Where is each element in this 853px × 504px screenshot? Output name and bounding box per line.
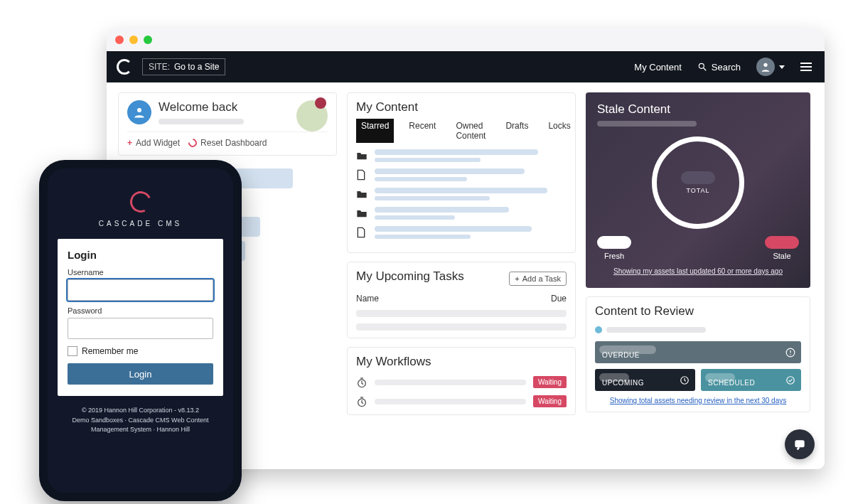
search-icon <box>697 62 707 72</box>
minimize-icon[interactable] <box>129 36 138 44</box>
total-value-pill <box>681 171 715 184</box>
alert-icon <box>785 348 795 358</box>
username-field[interactable] <box>68 279 213 301</box>
reset-dashboard-button[interactable]: Reset Dashboard <box>188 138 267 148</box>
workflow-row[interactable]: Waiting <box>356 395 567 407</box>
checkbox-icon <box>68 346 77 356</box>
user-avatar-icon <box>127 100 151 124</box>
my-content-title: My Content <box>356 100 567 114</box>
col-due: Due <box>551 294 567 304</box>
folder-icon <box>356 151 368 161</box>
dashboard-col-2: My Content Starred Recent Owned Content … <box>347 92 576 459</box>
avatar-icon <box>756 58 775 76</box>
tab-drafts[interactable]: Drafts <box>500 119 533 143</box>
close-icon[interactable] <box>115 36 124 44</box>
login-button[interactable]: Login <box>68 363 213 385</box>
tasks-card: My Upcoming Tasks + Add a Task Name Due <box>347 262 576 338</box>
content-review-card: Content to Review OVERDUE UPCOMING <box>586 296 810 412</box>
list-item[interactable] <box>356 168 567 181</box>
welcome-card: Welcome back + Add Widget Reset Dashboar… <box>118 92 337 156</box>
folder-icon <box>356 189 368 199</box>
legend-stale-label: Stale <box>773 252 790 260</box>
my-content-card: My Content Starred Recent Owned Content … <box>347 92 576 253</box>
svg-line-1 <box>704 68 707 71</box>
task-row[interactable] <box>356 310 567 317</box>
reload-icon <box>187 137 199 149</box>
plus-icon: + <box>127 138 132 148</box>
footer-line-1: © 2019 Hannon Hill Corporation - v8.13.2 <box>59 406 222 416</box>
workflow-row[interactable]: Waiting <box>356 376 567 388</box>
chat-icon <box>793 437 807 451</box>
workflows-title: My Workflows <box>356 355 567 369</box>
login-title: Login <box>68 249 213 261</box>
progress-dot-icon <box>595 326 602 333</box>
window-titlebar <box>107 28 825 51</box>
tab-starred[interactable]: Starred <box>356 119 394 143</box>
reset-dashboard-label: Reset Dashboard <box>200 138 267 148</box>
intercom-chat-button[interactable] <box>785 429 815 459</box>
clock-icon <box>356 377 368 388</box>
site-picker[interactable]: SITE: Go to a Site <box>142 58 225 75</box>
review-upcoming[interactable]: UPCOMING <box>595 369 695 391</box>
list-item[interactable] <box>356 149 567 162</box>
clock-icon <box>356 396 368 407</box>
hamburger-icon <box>800 63 812 71</box>
task-row[interactable] <box>356 323 567 331</box>
workflows-card: My Workflows Waiting Waiting <box>347 347 576 415</box>
review-title: Content to Review <box>595 304 801 318</box>
site-label: SITE: <box>149 62 170 72</box>
svg-point-8 <box>790 354 791 355</box>
placeholder-line <box>159 119 244 124</box>
add-task-button[interactable]: + Add a Task <box>509 272 567 286</box>
placeholder-line <box>606 327 706 333</box>
tab-locks[interactable]: Locks <box>543 119 575 143</box>
phone-logo: CASCADE CMS <box>48 191 233 227</box>
add-task-label: Add a Task <box>522 274 561 283</box>
app-header: SITE: Go to a Site My Content Search <box>107 51 825 82</box>
decorative-dot <box>315 97 326 109</box>
chevron-down-icon <box>779 65 785 69</box>
nav-my-content[interactable]: My Content <box>631 59 684 75</box>
tab-recent[interactable]: Recent <box>404 119 441 143</box>
app-logo-icon <box>117 59 132 75</box>
svg-point-10 <box>787 376 795 384</box>
legend-fresh: Fresh <box>597 236 631 260</box>
stale-footer-link[interactable]: Showing my assets last updated 60 or mor… <box>597 267 799 275</box>
add-widget-label: Add Widget <box>136 138 180 148</box>
svg-rect-11 <box>795 440 804 447</box>
file-icon <box>356 169 368 181</box>
review-footer-link[interactable]: Showing total assets needing review in t… <box>595 397 801 404</box>
list-item[interactable] <box>356 207 567 220</box>
menu-button[interactable] <box>798 60 815 74</box>
footer-line-2: Demo Sandboxes · Cascade CMS Web Content… <box>59 416 222 435</box>
tab-owned[interactable]: Owned Content <box>451 119 490 143</box>
total-label: TOTAL <box>681 187 715 194</box>
clock-icon <box>680 375 690 385</box>
username-label: Username <box>68 268 213 277</box>
password-field[interactable] <box>68 318 213 339</box>
user-menu[interactable] <box>753 55 788 79</box>
password-label: Password <box>68 306 213 315</box>
svg-point-0 <box>699 63 704 68</box>
content-list <box>356 149 567 239</box>
phone-footer: © 2019 Hannon Hill Corporation - v8.13.2… <box>48 406 233 435</box>
legend-stale: Stale <box>765 236 799 260</box>
svg-point-2 <box>763 63 767 67</box>
plus-icon: + <box>515 274 519 283</box>
review-scheduled[interactable]: SCHEDULED <box>701 369 801 391</box>
placeholder-line <box>597 121 697 127</box>
login-card: Login Username Password Remember me Logi… <box>58 239 223 396</box>
add-widget-button[interactable]: + Add Widget <box>127 138 180 148</box>
search-label: Search <box>712 62 741 73</box>
stale-donut-chart: TOTAL <box>652 136 744 229</box>
remember-me[interactable]: Remember me <box>68 346 213 356</box>
legend-fresh-label: Fresh <box>604 252 624 260</box>
list-item[interactable] <box>356 226 567 239</box>
list-item[interactable] <box>356 188 567 200</box>
maximize-icon[interactable] <box>144 36 152 44</box>
brand-name: CASCADE CMS <box>48 220 233 227</box>
nav-my-content-label: My Content <box>634 62 681 73</box>
nav-search[interactable]: Search <box>694 59 744 75</box>
login-button-label: Login <box>129 369 152 380</box>
review-overdue[interactable]: OVERDUE <box>595 341 801 363</box>
